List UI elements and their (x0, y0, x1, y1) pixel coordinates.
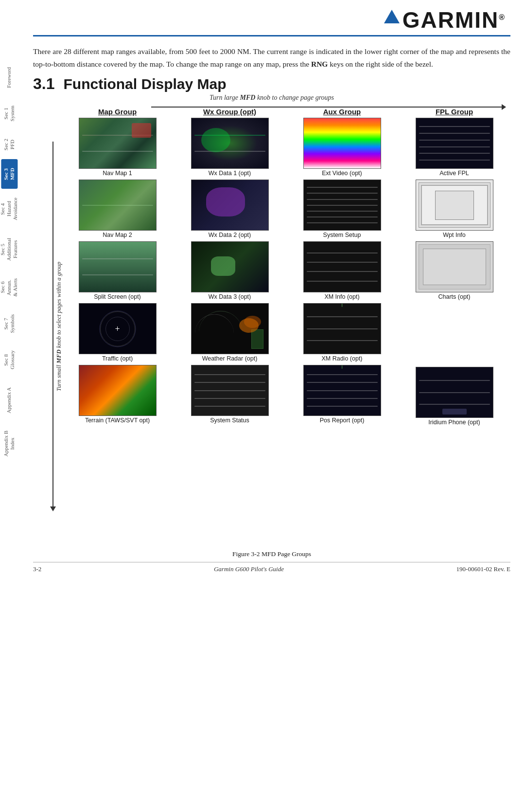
page-header: GARMIN® (33, 0, 510, 36)
screen-line (194, 374, 265, 375)
screenshot-pos-report: ↑ (303, 365, 381, 416)
screen-line (419, 126, 490, 127)
sidebar-item-sec8[interactable]: Sec 8Glossary (2, 342, 17, 378)
screenshot-charts (416, 241, 493, 292)
groups-wrapper: Turn small MFD knob to select pages with… (48, 108, 510, 545)
arrow-bar (33, 104, 506, 108)
wx-data-1-label: Wx Data 1 (opt) (209, 170, 251, 177)
group-wx: Wx Group (opt) Wx Data 1 (opt) Wx Data 2… (174, 108, 286, 545)
screenshot-nav-map-2 (79, 180, 157, 231)
screen-line (194, 135, 265, 136)
main-content: GARMIN® There are 28 different map range… (18, 0, 525, 576)
group-aux: Aux Group Ext Video (opt) System Setup (286, 108, 398, 545)
active-fpl-label: Active FPL (439, 170, 469, 177)
sidebar-item-sec5[interactable]: Sec 5AdditionalFeatures (0, 229, 20, 270)
screen-line (307, 281, 378, 282)
screen-line (419, 153, 490, 154)
screen-line (307, 193, 378, 194)
screen-detail (416, 118, 493, 168)
footer-doc-num: 190-00601-02 Rev. E (456, 565, 510, 573)
sidebar-item-sec7[interactable]: Sec 7Symbols (2, 306, 17, 342)
nav-map-1-label: Nav Map 1 (103, 170, 132, 177)
screen-line (307, 253, 378, 253)
footer-page-num: 3-2 (33, 565, 41, 573)
screen-line (419, 146, 490, 147)
wpt-info-label: Wpt Info (443, 232, 466, 238)
wx-group-header: Wx Group (opt) (203, 108, 256, 116)
sidebar-item-appendix-b[interactable]: Appendix BIndex (2, 422, 17, 465)
screen-line (307, 316, 378, 317)
screen-detail (192, 118, 268, 168)
screen-detail (304, 365, 381, 415)
footer-guide-name: Garmin G600 Pilot's Guide (214, 565, 284, 573)
screen-detail (79, 118, 156, 168)
screen-line (307, 217, 378, 217)
screen-line (194, 151, 265, 152)
screen-line (307, 390, 378, 391)
wx-data-2-label: Wx Data 2 (opt) (209, 232, 251, 238)
screenshot-weather-radar (191, 303, 269, 354)
figure-caption: Figure 3-2 MFD Page Groups (33, 550, 510, 558)
intro-paragraph: There are 28 different map ranges availa… (33, 45, 510, 70)
screen-line (194, 406, 265, 407)
charts-label: Charts (opt) (438, 293, 471, 300)
screen-line (419, 380, 490, 381)
screenshot-wx-data-3 (191, 241, 269, 292)
screenshot-split-screen (79, 241, 157, 292)
screen-line (194, 382, 265, 383)
screen-line (419, 133, 490, 134)
screen-line (82, 135, 153, 136)
screen-line (307, 271, 378, 272)
screenshot-iridium (416, 367, 493, 418)
screenshot-nav-map-1 (79, 118, 157, 169)
pos-report-label: Pos Report (opt) (320, 417, 365, 424)
garmin-logo: GARMIN® (384, 9, 506, 31)
sidebar-item-sec3[interactable]: Sec 3MFD (1, 159, 18, 189)
brand-reg: ® (499, 13, 506, 21)
sidebar-item-sec1[interactable]: Sec 1System (2, 97, 17, 130)
screen-line (307, 205, 378, 206)
screen-line (307, 374, 378, 375)
weather-radar-label: Weather Radar (opt) (202, 355, 258, 362)
screenshot-ext-video (303, 118, 381, 169)
system-status-label: System Status (210, 417, 249, 424)
sidebar-item-appendix-a[interactable]: Appendix A (5, 379, 13, 422)
terrain-label: Terrain (TAWS/SVT opt) (85, 417, 150, 424)
screenshot-terrain (79, 365, 157, 416)
subtitle: Turn large MFD knob to change page group… (33, 94, 510, 102)
wx-data-3-label: Wx Data 3 (opt) (209, 293, 251, 300)
sidebar: Foreword Sec 1System Sec 2PFD Sec 3MFD S… (0, 0, 18, 812)
vertical-arrow-head (50, 506, 56, 511)
sidebar-item-sec6[interactable]: Sec 6Annun.& Alerts (0, 270, 20, 306)
screenshot-system-setup (303, 180, 381, 231)
screenshot-xm-info (303, 241, 381, 292)
group-map: Map Group Nav Map 1 Nav Map 2 (61, 108, 174, 545)
fpl-empty-label (454, 357, 455, 364)
screen-line (82, 205, 153, 206)
sidebar-item-foreword[interactable]: Foreword (5, 58, 13, 97)
screen-detail (304, 242, 381, 292)
screenshot-active-fpl (416, 118, 493, 169)
screenshot-wpt-info (416, 180, 493, 231)
xm-info-label: XM Info (opt) (324, 293, 359, 300)
screen-line (307, 187, 378, 188)
screen-line (307, 406, 378, 407)
screen-detail (304, 180, 381, 230)
nav-map-2-label: Nav Map 2 (103, 232, 132, 238)
rotated-label: Turn small MFD knob to select pages with… (55, 262, 63, 391)
sidebar-item-sec2[interactable]: Sec 2PFD (2, 130, 17, 159)
xm-radio-label: XM Radio (opt) (321, 355, 362, 362)
split-screen-label: Split Screen (opt) (94, 293, 141, 300)
screen-line (82, 274, 153, 275)
fpl-group-header: FPL Group (436, 108, 473, 116)
screen-line (307, 262, 378, 263)
system-setup-label: System Setup (323, 232, 361, 238)
traffic-label: Traffic (opt) (102, 355, 133, 362)
brand-text: GARMIN (402, 7, 499, 33)
screen-line (307, 222, 378, 223)
section-heading: 3.1 Functional Display Map (33, 75, 510, 93)
screen-line (419, 140, 490, 141)
screenshot-xm-radio: ↑ (303, 303, 381, 354)
sidebar-item-sec4[interactable]: Sec 4HazardAvoidance (0, 189, 20, 229)
group-fpl: FPL Group Active FPL (398, 108, 510, 545)
